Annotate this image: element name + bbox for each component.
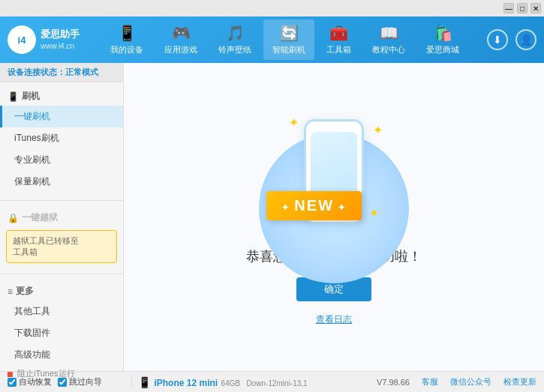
phone-illustration: ✦ ✦ ✦ NEW [274, 108, 394, 235]
save-flash-label: 保量刷机 [14, 176, 50, 187]
device-capacity: 64GB Down-12mini-13,1 [221, 379, 308, 388]
account-button[interactable]: 👤 [515, 29, 536, 50]
sidebar-item-save-flash[interactable]: 保量刷机 [0, 171, 123, 193]
nav-my-device[interactable]: 📱 我的设备 [101, 19, 152, 60]
itunes-status: ⏹ 阻止iTunes运行 [6, 368, 75, 379]
divider-1 [0, 200, 123, 201]
minimize-button[interactable]: — [503, 3, 514, 13]
sidebar-item-other-tools[interactable]: 其他工具 [0, 301, 123, 322]
nav-app-game-label: 应用游戏 [164, 44, 197, 55]
advanced-label: 高级功能 [14, 349, 50, 360]
itunes-label: 阻止iTunes运行 [17, 368, 75, 379]
logo-area: i4 爱思助手 www.i4.cn [8, 25, 83, 54]
version-label: V7.98.66 [377, 378, 410, 387]
sidebar-item-advanced[interactable]: 高级功能 [0, 344, 123, 366]
bottom-right: V7.98.66 客服 微信公众号 检查更新 [377, 376, 536, 388]
other-tools-label: 其他工具 [14, 306, 50, 316]
logo-icon: i4 [8, 25, 36, 54]
check-update-link[interactable]: 检查更新 [503, 376, 536, 388]
jailbreak-section-title: 🔒 一键越狱 [0, 208, 123, 227]
download-fw-label: 下载固件 [14, 328, 50, 338]
flash-section-icon: 📱 [8, 91, 19, 102]
model-value: Down-12mini-13,1 [247, 379, 308, 388]
logo-url: www.i4.cn [41, 41, 80, 51]
bottom-bar: 自动恢复 跳过向导 📱 iPhone 12 mini 64GB Down-12m… [0, 371, 544, 392]
nav-right-actions: ⬇ 👤 [487, 29, 536, 50]
nav-tutorial[interactable]: 📖 教程中心 [363, 19, 414, 60]
nav-store-label: 爱思商城 [426, 44, 459, 55]
tutorial-icon: 📖 [380, 24, 398, 42]
customer-service-link[interactable]: 客服 [422, 376, 438, 388]
divider-2 [0, 274, 123, 274]
smart-flash-icon: 🔄 [280, 24, 299, 42]
sparkle-icon-1: ✦ [289, 115, 299, 130]
more-section-icon: ≡ [8, 286, 13, 297]
sidebar-item-one-key-flash[interactable]: 一键刷机 [0, 106, 123, 127]
nav-my-device-label: 我的设备 [110, 44, 143, 55]
sidebar-item-download-fw[interactable]: 下载固件 [0, 322, 123, 344]
sparkle-icon-2: ✦ [373, 123, 383, 137]
itunes-stop-icon: ⏹ [6, 370, 14, 379]
pro-flash-label: 专业刷机 [14, 154, 50, 165]
status-value: 正常模式 [65, 67, 98, 76]
nav-bar: 📱 我的设备 🎮 应用游戏 🎵 铃声壁纸 🔄 智能刷机 🧰 工具箱 📖 教程中心… [83, 19, 487, 60]
jailbreak-section-icon: 🔒 [8, 213, 19, 223]
logo-text: 爱思助手 www.i4.cn [41, 28, 80, 51]
device-status-bar: 设备连接状态：正常模式 [0, 63, 123, 82]
sidebar-item-pro-flash[interactable]: 专业刷机 [0, 149, 123, 171]
nav-tutorial-label: 教程中心 [372, 44, 405, 55]
capacity-value: 64GB [221, 379, 241, 388]
status-label: 设备连接状态： [8, 67, 65, 76]
logo-app-name: 爱思助手 [41, 28, 80, 41]
flash-section-label: 刷机 [22, 90, 40, 103]
nav-store[interactable]: 🛍️ 爱思商城 [417, 19, 468, 60]
close-button[interactable]: ✕ [530, 3, 541, 13]
store-icon: 🛍️ [434, 24, 452, 42]
nav-ringtone-label: 铃声壁纸 [218, 44, 251, 55]
jailbreak-section-label: 一键越狱 [22, 211, 58, 224]
nav-ringtone[interactable]: 🎵 铃声壁纸 [209, 19, 260, 60]
nav-smart-flash[interactable]: 🔄 智能刷机 [263, 19, 314, 60]
content-area: ✦ ✦ ✦ NEW 恭喜您，保资料刷机成功啦！ 确定 查看日志 [124, 63, 544, 371]
daily-link[interactable]: 查看日志 [316, 313, 352, 326]
my-device-icon: 📱 [118, 24, 137, 42]
title-bar: — □ ✕ [0, 0, 544, 16]
maximize-button[interactable]: □ [517, 3, 527, 13]
wechat-link[interactable]: 微信公众号 [450, 376, 491, 388]
more-section-label: 更多 [16, 285, 34, 298]
logo-char: i4 [18, 34, 26, 46]
header: i4 爱思助手 www.i4.cn 📱 我的设备 🎮 应用游戏 🎵 铃声壁纸 🔄… [0, 16, 544, 63]
flash-section-title: 📱 刷机 [0, 87, 123, 106]
sidebar-section-more: ≡ 更多 其他工具 下载固件 高级功能 [0, 277, 123, 370]
nav-app-game[interactable]: 🎮 应用游戏 [155, 19, 206, 60]
nav-toolbox[interactable]: 🧰 工具箱 [317, 19, 360, 60]
itunes-flash-label: iTunes刷机 [14, 133, 59, 143]
main-wrapper: 设备连接状态：正常模式 📱 刷机 一键刷机 iTunes刷机 专业刷机 保量刷机 [0, 63, 544, 371]
sparkle-icon-3: ✦ [369, 206, 379, 220]
new-badge: NEW [266, 191, 362, 220]
device-icon: 📱 [138, 376, 151, 388]
app-game-icon: 🎮 [172, 24, 191, 42]
nav-smart-flash-label: 智能刷机 [272, 44, 305, 55]
nav-toolbox-label: 工具箱 [326, 44, 351, 55]
sidebar-item-itunes-flash[interactable]: iTunes刷机 [0, 127, 123, 149]
sidebar-section-flash: 📱 刷机 一键刷机 iTunes刷机 专业刷机 保量刷机 [0, 82, 123, 197]
one-key-flash-label: 一键刷机 [14, 111, 50, 121]
device-name: iPhone 12 mini [154, 378, 218, 388]
toolbox-icon: 🧰 [329, 24, 348, 42]
sidebar: 设备连接状态：正常模式 📱 刷机 一键刷机 iTunes刷机 专业刷机 保量刷机 [0, 63, 124, 371]
sidebar-section-jailbreak: 🔒 一键越狱 越狱工具已转移至工具箱 [0, 204, 123, 271]
more-section-title: ≡ 更多 [0, 282, 123, 301]
device-info: 📱 iPhone 12 mini 64GB Down-12mini-13,1 [131, 376, 314, 389]
ringtone-icon: 🎵 [226, 24, 245, 42]
download-button[interactable]: ⬇ [487, 29, 508, 50]
jailbreak-note: 越狱工具已转移至工具箱 [6, 230, 117, 263]
